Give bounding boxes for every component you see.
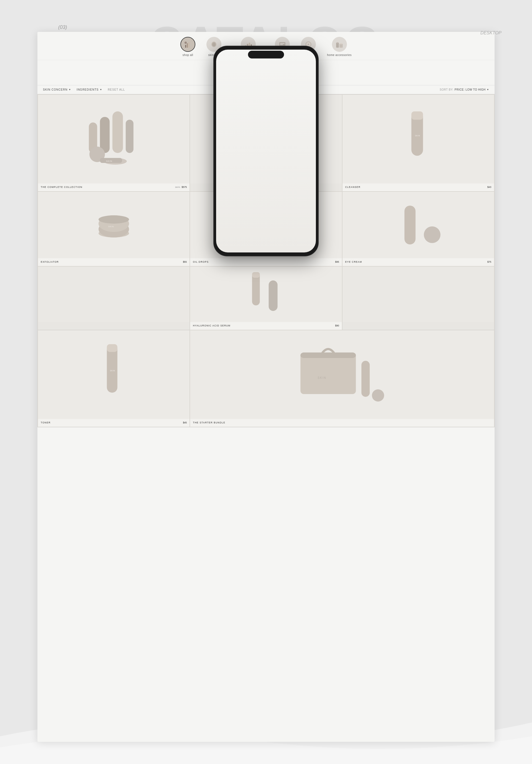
product-image-eye-cream <box>342 192 494 258</box>
sort-arrow: ▼ <box>487 89 489 91</box>
product-card-hyaluronic-acid[interactable]: HYALURONIC ACID SERUM $90 <box>190 267 342 330</box>
svg-rect-12 <box>280 44 283 45</box>
svg-rect-17 <box>337 42 338 43</box>
product-price-hyaluronic-acid: $90 <box>335 324 339 327</box>
product-name-complete-collection: THE COMPLETE COLLECTION <box>41 186 82 188</box>
svg-text:SKIN: SKIN <box>106 160 112 162</box>
nav-item-home-accessories[interactable]: home accessories <box>327 37 352 57</box>
skin-concern-arrow: ▼ <box>69 89 71 91</box>
svg-point-5 <box>212 42 216 46</box>
svg-rect-1 <box>187 43 188 48</box>
product-image-cleanser: SKIN <box>342 95 494 183</box>
svg-rect-47 <box>301 352 356 394</box>
nav-label-home-accessories: home accessories <box>327 54 352 57</box>
product-footer-cleanser: CLEANSER $43 <box>342 183 494 191</box>
nav-icon-shop-all <box>180 37 195 52</box>
svg-text:SKIN: SKIN <box>318 376 326 379</box>
reset-all-button[interactable]: RESET ALL <box>108 88 125 91</box>
product-card-exfoliator[interactable]: SKIN EXFOLIATOR $55 <box>38 192 190 266</box>
svg-rect-43 <box>269 281 277 311</box>
ingredients-arrow: ▼ <box>100 89 102 91</box>
product-card-eye-cream[interactable]: EYE CREAM $75 <box>342 192 494 266</box>
svg-text:SKIN: SKIN <box>110 370 115 372</box>
svg-rect-42 <box>252 272 260 278</box>
svg-point-39 <box>424 226 440 243</box>
product-name-hyaluronic-acid: HYALURONIC ACID SERUM <box>193 324 231 327</box>
skin-concern-filter[interactable]: SKIN CONCERN ▼ <box>43 88 71 91</box>
product-card-starter-bundle[interactable]: SKIN THE STARTER BUNDLE <box>190 330 494 427</box>
nav-icon-home-accessories <box>332 37 347 52</box>
svg-text:SKIN: SKIN <box>108 226 114 228</box>
sort-prefix: SORT BY: <box>440 88 453 91</box>
product-footer-oil-drops: OIL DROPS $95 <box>190 258 342 266</box>
phone-screen <box>216 50 316 253</box>
product-image-spacer3 <box>342 267 494 322</box>
svg-rect-22 <box>112 111 123 153</box>
product-footer-toner: TONER $45 <box>38 419 190 427</box>
phone-mockup <box>213 46 319 256</box>
svg-rect-45 <box>107 344 117 352</box>
ingredients-filter[interactable]: INGREDIENTS ▼ <box>77 88 102 91</box>
sort-area[interactable]: SORT BY: PRICE: LOW TO HIGH ▼ <box>440 88 489 91</box>
product-footer-eye-cream: EYE CREAM $75 <box>342 258 494 266</box>
product-card-spacer2 <box>38 267 190 330</box>
product-image-starter-bundle: SKIN <box>190 330 494 419</box>
product-name-toner: TONER <box>41 421 51 424</box>
svg-rect-48 <box>301 352 356 358</box>
product-card-cleanser[interactable]: SKIN CLEANSER $43 <box>342 95 494 191</box>
product-footer-starter-bundle: THE STARTER BUNDLE <box>190 419 494 427</box>
product-card-complete-collection[interactable]: SKIN THE COMPLETE COLLECTION $673 $575 <box>38 95 190 191</box>
product-card-toner[interactable]: SKIN TONER $45 <box>38 330 190 427</box>
product-image-toner: SKIN <box>38 330 190 419</box>
product-name-eye-cream: EYE CREAM <box>345 261 362 263</box>
svg-point-51 <box>372 389 384 402</box>
svg-rect-50 <box>362 361 370 397</box>
product-name-starter-bundle: THE STARTER BUNDLE <box>193 421 225 424</box>
svg-text:SKIN: SKIN <box>415 135 420 137</box>
nav-item-shop-all[interactable]: shop all <box>180 37 195 57</box>
svg-rect-21 <box>100 117 110 153</box>
product-price-eye-cream: $75 <box>487 261 491 263</box>
product-price-cleanser: $43 <box>487 186 491 188</box>
svg-rect-0 <box>185 45 186 48</box>
product-footer-hyaluronic-acid: HYALURONIC ACID SERUM $90 <box>190 322 342 330</box>
desktop-label: DESKTOP <box>480 31 501 36</box>
svg-point-15 <box>307 44 309 45</box>
svg-rect-2 <box>188 42 190 48</box>
svg-rect-29 <box>411 111 423 120</box>
phone-notch <box>248 51 284 59</box>
sale-price-complete-collection: $575 <box>181 186 187 188</box>
product-footer-complete-collection: THE COMPLETE COLLECTION $673 $575 <box>38 183 190 191</box>
product-image-exfoliator: SKIN <box>38 192 190 258</box>
product-card-spacer3 <box>342 267 494 330</box>
product-name-cleanser: CLEANSER <box>345 186 360 188</box>
svg-rect-16 <box>336 43 339 48</box>
sort-value: PRICE: LOW TO HIGH <box>455 88 486 91</box>
filter-left: SKIN CONCERN ▼ INGREDIENTS ▼ RESET ALL <box>43 88 125 91</box>
product-price-complete-collection: $673 $575 <box>175 186 187 188</box>
svg-rect-18 <box>339 44 343 48</box>
svg-rect-23 <box>126 120 133 153</box>
page-number: (03) <box>58 24 67 30</box>
product-name-exfoliator: EXFOLIATOR <box>41 261 59 263</box>
product-price-toner: $45 <box>183 421 187 424</box>
product-price-oil-drops: $95 <box>335 261 339 263</box>
svg-rect-19 <box>340 43 342 44</box>
svg-point-3 <box>185 42 187 44</box>
svg-rect-40 <box>404 206 415 245</box>
original-price-complete-collection: $673 <box>175 186 180 188</box>
svg-point-34 <box>98 215 129 224</box>
product-name-oil-drops: OIL DROPS <box>193 261 209 263</box>
product-footer-exfoliator: EXFOLIATOR $55 <box>38 258 190 266</box>
nav-label-shop-all: shop all <box>183 54 193 57</box>
svg-rect-11 <box>280 43 284 44</box>
product-image-complete-collection: SKIN <box>38 95 190 183</box>
product-image-spacer2 <box>38 267 190 322</box>
product-price-exfoliator: $55 <box>183 261 187 263</box>
product-image-hyaluronic-acid <box>190 267 342 322</box>
